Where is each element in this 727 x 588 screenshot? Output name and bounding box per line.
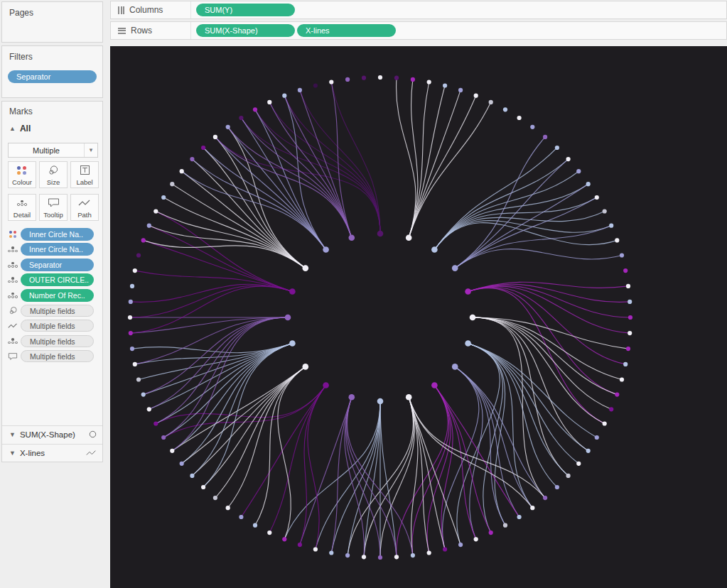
field-pill[interactable]: Inner Circle Na.. [21,243,94,256]
outer-node-mark[interactable] [427,80,431,84]
field-pill[interactable]: Multiple fields [21,350,94,362]
field-pill[interactable]: Multiple fields [21,305,94,317]
outer-node-mark[interactable] [267,100,271,104]
size-button[interactable]: Size [39,161,68,188]
card-sum-x-shape[interactable]: ▼ SUM(X-Shape) [2,425,102,443]
outer-node-mark[interactable] [474,94,478,98]
outer-node-mark[interactable] [576,462,581,466]
edge-mark[interactable] [192,159,305,268]
inner-node-mark[interactable] [323,382,329,388]
inner-node-mark[interactable] [289,288,296,295]
edge-mark[interactable] [163,197,306,268]
inner-node-mark[interactable] [323,246,329,253]
outer-node-mark[interactable] [201,146,205,150]
outer-node-mark[interactable] [213,496,217,500]
outer-node-mark[interactable] [543,496,547,500]
outer-node-mark[interactable] [474,537,478,541]
outer-node-mark[interactable] [443,547,447,551]
outer-node-mark[interactable] [503,523,507,528]
field-pill[interactable]: Inner Circle Na.. [21,228,94,241]
outer-node-mark[interactable] [362,76,366,80]
edge-mark[interactable] [269,102,352,238]
outer-node-mark[interactable] [180,462,184,466]
edge-mark[interactable] [397,78,416,238]
field-pill[interactable]: OUTER CIRCLE.. [21,273,94,286]
inner-node-mark[interactable] [431,246,438,253]
edge-mark[interactable] [434,159,568,249]
path-button[interactable]: Path [70,194,99,221]
field-row[interactable]: Multiple fields [5,334,103,349]
edge-mark[interactable] [269,386,325,533]
outer-node-mark[interactable] [253,523,257,528]
outer-node-mark[interactable] [313,83,318,87]
edge-mark[interactable] [473,317,569,476]
outer-node-mark[interactable] [530,125,534,129]
edge-mark[interactable] [468,288,618,395]
field-pill[interactable]: Separator [21,258,94,271]
outer-node-mark[interactable] [128,315,132,320]
field-pill[interactable]: Multiple fields [21,335,94,347]
outer-node-mark[interactable] [282,537,286,541]
inner-node-mark[interactable] [303,265,309,271]
outer-node-mark[interactable] [345,553,350,557]
outer-node-mark[interactable] [298,88,302,92]
field-row[interactable]: Inner Circle Na.. [5,242,103,258]
outer-node-mark[interactable] [586,449,591,453]
inner-node-mark[interactable] [465,288,471,295]
inner-node-mark[interactable] [452,364,458,370]
outer-node-mark[interactable] [530,506,534,510]
outer-node-mark[interactable] [129,300,133,304]
outer-node-mark[interactable] [253,107,257,111]
outer-node-mark[interactable] [226,125,230,129]
edge-mark[interactable] [473,317,611,409]
outer-node-mark[interactable] [595,435,599,440]
inner-node-mark[interactable] [349,235,355,241]
outer-node-mark[interactable] [180,169,184,173]
field-row[interactable]: Number Of Rec.. [5,288,103,303]
outer-node-mark[interactable] [147,224,151,228]
inner-node-mark[interactable] [377,231,384,237]
outer-node-mark[interactable] [170,449,174,453]
outer-node-mark[interactable] [190,157,194,161]
edge-mark[interactable] [455,366,483,539]
edge-mark[interactable] [434,223,617,250]
inner-node-mark[interactable] [289,340,296,347]
outer-node-mark[interactable] [154,421,158,425]
card-x-lines[interactable]: ▼ X-lines [2,444,102,462]
outer-node-mark[interactable] [362,555,366,559]
outer-node-mark[interactable] [626,284,630,288]
outer-node-mark[interactable] [378,555,382,560]
outer-node-mark[interactable] [129,331,133,335]
inner-node-mark[interactable] [285,315,291,321]
outer-node-mark[interactable] [345,77,350,82]
outer-node-mark[interactable] [213,135,217,139]
outer-node-mark[interactable] [136,377,141,381]
edge-mark[interactable] [131,286,293,333]
field-row[interactable]: Multiple fields [5,318,103,334]
edge-mark[interactable] [149,226,293,292]
outer-node-mark[interactable] [576,169,581,173]
edge-mark[interactable] [284,401,380,539]
outer-node-mark[interactable] [603,421,607,425]
outer-node-mark[interactable] [489,100,493,104]
outer-node-mark[interactable] [603,209,607,213]
edge-mark[interactable] [139,344,292,380]
outer-node-mark[interactable] [267,530,271,535]
label-button[interactable]: Label [70,161,99,188]
outer-node-mark[interactable] [623,362,628,366]
inner-node-mark[interactable] [431,382,438,388]
edge-mark[interactable] [228,127,306,268]
outer-node-mark[interactable] [329,550,333,555]
filter-pill-separator[interactable]: Separator [8,70,97,83]
outer-node-mark[interactable] [313,547,318,551]
edge-mark[interactable] [455,137,545,268]
inner-node-mark[interactable] [349,394,355,401]
outer-node-mark[interactable] [378,75,382,80]
outer-node-mark[interactable] [458,543,463,547]
outer-node-mark[interactable] [130,284,134,288]
outer-node-mark[interactable] [609,407,613,411]
outer-node-mark[interactable] [443,83,447,87]
outer-node-mark[interactable] [239,116,243,120]
outer-node-mark[interactable] [628,331,632,335]
outer-node-mark[interactable] [543,135,547,139]
